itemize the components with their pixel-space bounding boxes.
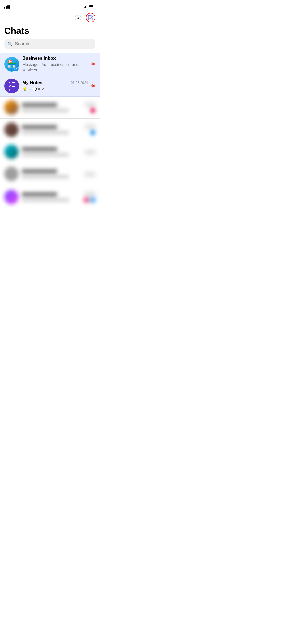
chat-time-blurred [85,151,95,154]
battery-icon [89,5,95,8]
chat-header-my-notes: My Notes 01.06.2024 [22,80,88,85]
signal-area [4,4,10,9]
wifi-icon: ▲ [83,4,87,9]
chat-content-blurred-5 [22,192,81,202]
verified-badge: ✓ [14,67,19,71]
status-bar: ▲ [0,0,100,12]
chat-time-blurred [85,173,95,176]
camera-icon [75,14,81,21]
chat-content-business-inbox: Business Inbox Messages from businesses … [22,56,88,72]
chat-preview-my-notes: 💡 + 💬 = ✔ [22,87,88,92]
chat-time-blurred [85,125,95,128]
avatar [4,190,19,204]
chat-time-my-notes: 01.06.2024 [71,81,88,85]
chat-preview-business-inbox: Messages from businesses and services [22,62,88,72]
chat-preview-blurred [22,131,69,134]
unread-badge [90,108,95,113]
unread-badge [90,130,95,135]
avatar [4,167,19,181]
avatar [4,100,19,115]
chat-name-blurred [22,103,57,107]
blurred-chat-list [0,97,100,209]
chat-content-blurred-1 [22,103,81,112]
signal-bar-2 [6,6,7,9]
chat-preview-blurred [22,175,69,178]
chat-meta-blurred-5 [83,191,95,203]
pin-icon-business-inbox: 📌 [89,60,97,68]
search-input[interactable] [15,41,92,47]
chat-header-business-inbox: Business Inbox [22,56,88,61]
camera-button[interactable] [73,13,83,22]
list-item [0,185,100,209]
chat-item-my-notes[interactable]: ✓ ✓ ≡ My Notes 01.06.2024 💡 + 💬 = ✔ [0,75,100,97]
avatar [4,145,19,159]
chat-meta-blurred-2 [83,124,95,135]
chat-item-business-inbox[interactable]: 🏪 ✓ Business Inbox Messages from busines… [0,53,100,75]
list-item [0,163,100,185]
chat-name-business-inbox: Business Inbox [22,56,56,61]
chat-time-blurred [85,103,95,106]
chat-name-blurred [22,169,57,173]
chat-name-blurred [22,147,57,151]
search-bar[interactable]: 🔍 [4,39,95,49]
chat-meta-business-inbox: 📌 [90,61,95,67]
chat-preview-blurred [22,153,69,156]
search-icon: 🔍 [7,42,13,47]
unread-badge [90,197,95,203]
header [0,12,100,24]
page-title: Chats [0,24,100,39]
status-right: ▲ [83,4,95,9]
compose-button[interactable] [86,13,95,22]
chat-preview-blurred [22,109,69,112]
chat-meta-blurred-1 [83,102,95,113]
unread-badge [84,197,89,203]
chat-content-blurred-2 [22,125,81,134]
chat-time-blurred [85,192,95,196]
signal-bar-4 [9,5,10,9]
list-item [0,97,100,119]
avatar [4,122,19,137]
chat-name-blurred [22,192,57,196]
chat-name-blurred [22,125,57,129]
pin-icon-my-notes: 📌 [89,82,97,90]
chat-meta-blurred-3 [83,150,95,154]
chat-preview-blurred [22,198,69,202]
chat-name-my-notes: My Notes [22,80,43,85]
list-item [0,141,100,163]
signal-bar-3 [7,5,9,9]
chat-meta-blurred-4 [83,172,95,176]
compose-icon [88,15,94,20]
signal-bar-1 [4,7,5,9]
svg-point-0 [77,17,79,19]
chat-meta-my-notes: 📌 [90,83,95,88]
notes-checklist-icon: ✓ ✓ ≡ [4,79,19,93]
chat-content-blurred-4 [22,169,81,178]
avatar-my-notes: ✓ ✓ ≡ [4,79,19,93]
chat-content-my-notes: My Notes 01.06.2024 💡 + 💬 = ✔ [22,80,88,92]
avatar-business-inbox: 🏪 ✓ [4,57,19,72]
chat-content-blurred-3 [22,147,81,156]
chat-list: 🏪 ✓ Business Inbox Messages from busines… [0,53,100,209]
list-item [0,119,100,141]
